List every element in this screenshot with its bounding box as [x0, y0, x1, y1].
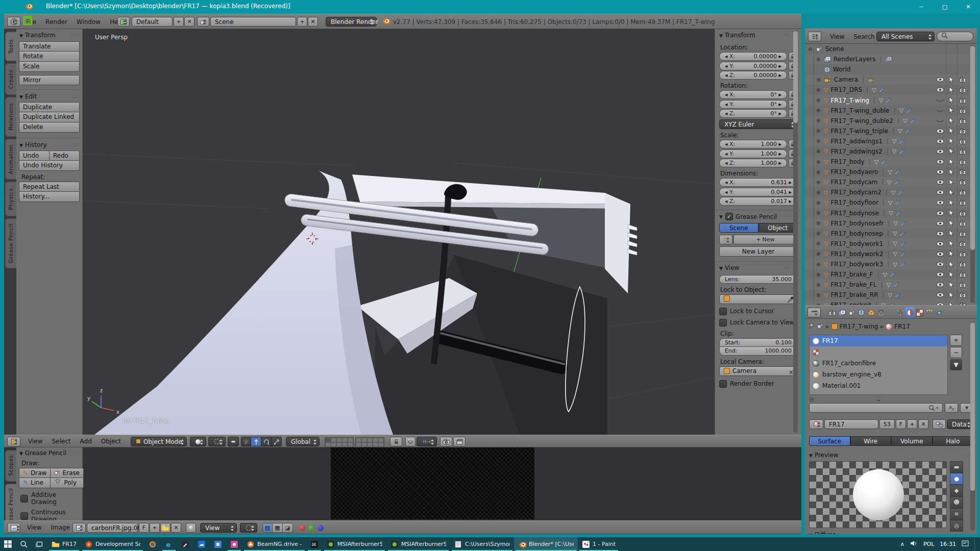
properties-tab-texture[interactable] — [915, 307, 924, 318]
outliner-row-fr17_t-wing[interactable]: ⊕▽FR17_T-wing|▽ — [805, 95, 969, 105]
material-users-button[interactable]: 53 — [879, 419, 895, 429]
outliner-row-scene[interactable]: ⊖Scene — [805, 44, 969, 54]
volume-icon[interactable] — [910, 540, 918, 548]
task-view-icon[interactable] — [32, 537, 47, 551]
scale-y-field[interactable]: ◂ Y:1.000 ▸ — [719, 149, 787, 158]
image-pin-icon[interactable] — [186, 523, 196, 533]
eye-open-icon[interactable] — [935, 129, 946, 134]
outliner-row-fr17_bodyaero[interactable]: ⊕▽FR17_bodyaero|▽ — [805, 167, 969, 177]
breadcrumb-material[interactable]: FR17 — [894, 323, 910, 330]
rotation-mode-select[interactable]: XYZ Euler — [719, 119, 797, 129]
image-editor-type-icon[interactable] — [7, 523, 20, 533]
eye-open-icon[interactable] — [935, 77, 946, 82]
tab-tools[interactable]: Tools — [5, 32, 16, 61]
layout-selector-icon[interactable] — [117, 17, 130, 27]
outliner-row-fr17_bodycam[interactable]: ⊕▽FR17_bodycam|▽ — [805, 177, 969, 187]
eye-open-icon[interactable] — [935, 231, 946, 236]
outliner-row-fr17_brake_f[interactable]: ⊕▽FR17_brake_F|▽ — [805, 269, 969, 280]
material-unlink-button[interactable]: ✕ — [918, 419, 928, 429]
image-menu-view[interactable]: View — [22, 520, 46, 535]
window-titlebar[interactable]: Blender* [C:\Users\Szymon\Desktop\blende… — [0, 0, 980, 14]
material-search-input[interactable]: + — [809, 403, 943, 413]
grease-pencil-checkbox[interactable]: ✓ — [725, 213, 733, 220]
image-menu-image[interactable]: Image — [46, 520, 75, 535]
restrict-select-icon[interactable] — [946, 292, 957, 298]
expander-icon[interactable]: ⊕ — [816, 169, 823, 175]
restrict-select-icon[interactable] — [946, 251, 957, 257]
outliner-row-fr17_cockpit[interactable]: ⊕▽FR17_cockpit|▽ — [805, 300, 969, 305]
grease-new-button[interactable]: + New — [733, 235, 797, 244]
language-indicator[interactable]: POL — [923, 541, 934, 547]
preview-cube-icon[interactable]: ◆ — [950, 485, 963, 496]
expander-icon[interactable]: ⊕ — [816, 87, 823, 93]
uv-pivot-select[interactable] — [240, 523, 257, 533]
outliner-row-fr17_brake_rr[interactable]: ⊕▽FR17_brake_RR|▽ — [805, 290, 969, 300]
grease-scene-toggle[interactable]: Scene — [719, 223, 758, 233]
properties-tab-modifiers[interactable] — [886, 307, 895, 318]
tab-relations[interactable]: Relations — [5, 97, 16, 137]
taskbar-blender-c-users-sz-[interactable]: Blender* [C:\Users\Sz... — [514, 537, 578, 551]
expander-icon[interactable]: ⊕ — [816, 272, 823, 278]
image-unlink-button[interactable]: ✕ — [171, 523, 181, 533]
restrict-select-icon[interactable] — [946, 282, 957, 288]
taskbar-mail[interactable]: ✉ — [306, 537, 323, 551]
repeat-last-button[interactable]: Repeat Last — [19, 182, 80, 192]
expander-icon[interactable]: ⊕ — [816, 159, 823, 165]
expander-icon[interactable]: ⊕ — [816, 118, 823, 123]
location-y-field[interactable]: ◂ Y:0.00000 ▸ — [719, 62, 787, 70]
restrict-select-icon[interactable] — [946, 189, 957, 196]
restrict-select-icon[interactable] — [946, 117, 957, 124]
restrict-render-icon[interactable] — [957, 292, 968, 298]
eye-closed-icon[interactable] — [935, 108, 946, 113]
expander-icon[interactable]: ⊕ — [816, 57, 823, 62]
scene-delete-button[interactable]: ✕ — [308, 17, 318, 27]
link-mode-select[interactable]: Data — [947, 419, 973, 429]
mirror-button[interactable]: Mirror — [19, 75, 80, 85]
tray-chevron-icon[interactable]: ∧ — [900, 541, 904, 547]
eye-open-icon[interactable] — [935, 149, 946, 154]
outliner-search-input[interactable] — [937, 32, 973, 41]
eye-open-icon[interactable] — [935, 169, 946, 174]
material-slot-FR17_carbonfibre[interactable]: FR17_carbonfibre — [810, 358, 947, 369]
outliner-row-fr17_bodynosep[interactable]: ⊕▽FR17_bodynosep|▽ — [805, 229, 969, 239]
restrict-render-icon[interactable] — [957, 138, 968, 144]
view3d-menu-object[interactable]: Object — [96, 434, 126, 449]
taskbar-beamng-drive-0-10-[interactable]: BeamNG.drive - 0.10... — [242, 537, 306, 551]
properties-editor-type-icon[interactable] — [807, 308, 821, 317]
outliner-row-fr17_bodywork1[interactable]: ⊕▽FR17_bodywork1|▽ — [805, 239, 969, 249]
material-slot-Material.001[interactable]: Material.001 — [810, 380, 947, 391]
material-add-button[interactable]: + — [907, 419, 917, 429]
translate[interactable]: Translate — [19, 41, 80, 52]
preview-monkey-icon[interactable]: ☻ — [950, 496, 963, 508]
snap-element-select[interactable]: H⊣ — [416, 437, 437, 446]
properties-tab-world[interactable] — [856, 307, 866, 318]
restrict-select-icon[interactable] — [946, 179, 957, 186]
manipulator-translate-icon[interactable] — [251, 437, 261, 446]
outliner-row-fr17_brake_fl[interactable]: ⊕▽FR17_brake_FL|▽ — [805, 280, 969, 290]
gp-draw-button[interactable]: ✎Draw — [19, 468, 51, 478]
eye-open-icon[interactable] — [935, 159, 946, 164]
npanel-view-header[interactable]: ▼View∷∷ — [715, 262, 801, 274]
outliner-scrollbar[interactable] — [970, 45, 975, 303]
restrict-render-icon[interactable] — [957, 97, 968, 104]
gp-line-button[interactable]: ✎Line — [19, 478, 51, 488]
tab-animation[interactable]: Animation — [5, 139, 16, 180]
rotation-z-field[interactable]: ◂ Z:0° ▸ — [719, 109, 787, 118]
expander-icon[interactable]: ⊕ — [816, 190, 823, 195]
taskbar-fr17[interactable]: FR17 — [47, 537, 81, 551]
outliner-row-fr17_addwings1[interactable]: ⊕▽FR17_addwings1|▽ — [805, 136, 969, 146]
grease-object-toggle[interactable]: Object — [758, 223, 798, 233]
expander-icon[interactable]: ⊕ — [816, 231, 823, 236]
slot-specials-icon[interactable]: ▼ — [950, 359, 962, 370]
expander-icon[interactable]: ⊕ — [816, 200, 823, 206]
properties-tab-object[interactable] — [866, 307, 876, 318]
clock[interactable]: 16:31 — [940, 541, 956, 547]
dimension-z-field[interactable]: ◂ Z:0.017 ▸ — [719, 197, 797, 206]
manipulator-rotate-icon[interactable] — [261, 437, 272, 446]
material-name-field[interactable]: FR17 — [824, 419, 878, 429]
taskbar-app-blue[interactable] — [193, 537, 210, 551]
clip-end-field[interactable]: End:1000.000 — [719, 347, 797, 356]
view3d-menu-select[interactable]: Select — [47, 434, 75, 449]
material-mode-volume[interactable]: Volume — [891, 436, 933, 446]
outliner-row-world[interactable]: World — [805, 64, 969, 74]
